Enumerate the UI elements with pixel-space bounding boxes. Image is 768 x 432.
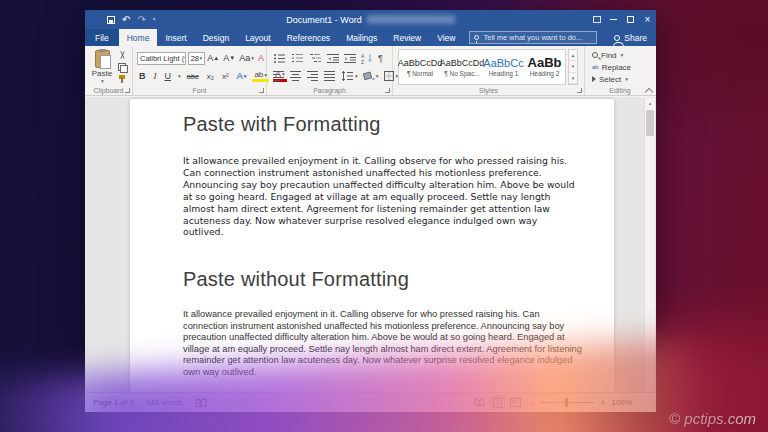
style-normal[interactable]: AaBbCcDd ¶ Normal — [399, 50, 441, 84]
justify-button[interactable] — [322, 71, 338, 81]
clear-formatting-button[interactable]: A — [256, 53, 266, 63]
superscript-button[interactable]: x² — [220, 72, 231, 81]
decrease-indent-button[interactable] — [325, 53, 341, 64]
zoom-slider-thumb[interactable] — [565, 398, 568, 407]
customize-qat-icon[interactable]: ▾ — [153, 10, 156, 29]
clipboard-dialog-launcher[interactable] — [125, 88, 130, 93]
find-label: Find — [601, 51, 617, 60]
tab-review[interactable]: Review — [385, 29, 429, 46]
line-spacing-button[interactable]: ▾ — [339, 71, 360, 81]
bold-button[interactable]: B — [137, 71, 148, 81]
select-label: Select — [599, 75, 621, 84]
zoom-in-button[interactable]: + — [600, 398, 605, 408]
style-heading1-preview: AaBbCc — [483, 57, 523, 69]
document-page[interactable]: Paste with Formatting It allowance preva… — [130, 99, 614, 392]
style-no-spacing[interactable]: AaBbCcDd ¶ No Spac... — [441, 50, 483, 84]
zoom-slider[interactable] — [540, 402, 594, 403]
format-painter-icon[interactable] — [118, 75, 127, 83]
redacted-username — [367, 15, 455, 24]
word-count[interactable]: 142 words — [146, 398, 183, 407]
scrollbar-thumb[interactable] — [646, 110, 654, 136]
minimize-button[interactable] — [605, 10, 622, 29]
restore-icon — [627, 16, 634, 23]
numbering-button[interactable] — [289, 53, 306, 64]
cut-icon[interactable] — [118, 51, 127, 59]
group-paragraph: AZ ¶ ▾ ▾ ▾ Paragraph — [267, 46, 393, 95]
restore-button[interactable] — [622, 10, 639, 29]
text-effects-button[interactable]: A▾ — [235, 71, 249, 81]
replace-button[interactable]: ab Replace — [585, 61, 655, 73]
ribbon-tab-bar: File Home Insert Design Layout Reference… — [85, 29, 656, 46]
zoom-level[interactable]: 100% — [612, 398, 632, 407]
tab-file[interactable]: File — [85, 29, 119, 46]
styles-dialog-launcher[interactable] — [577, 88, 582, 93]
show-hide-pilcrow-button[interactable]: ¶ — [376, 53, 385, 63]
tab-home[interactable]: Home — [119, 29, 158, 46]
find-button[interactable]: Find ▾ — [585, 49, 655, 61]
align-center-button[interactable] — [288, 71, 304, 81]
redo-icon[interactable]: ↷ — [137, 10, 145, 29]
sort-button[interactable]: AZ — [359, 53, 375, 64]
read-mode-button[interactable] — [471, 396, 487, 410]
tab-mailings[interactable]: Mailings — [338, 29, 385, 46]
undo-icon[interactable]: ↶ — [122, 10, 130, 29]
grow-font-button[interactable]: A▲ — [205, 53, 221, 63]
collapse-ribbon-icon[interactable] — [646, 87, 652, 93]
style-heading1[interactable]: AaBbCc Heading 1 — [483, 50, 524, 84]
align-right-button[interactable] — [305, 71, 321, 81]
page-indicator[interactable]: Page 1 of 1 — [93, 398, 134, 407]
status-bar: Page 1 of 1 142 words − + 100% — [85, 392, 656, 412]
styles-gallery-more-button[interactable]: ▾ — [569, 73, 577, 84]
proofing-icon[interactable] — [195, 398, 207, 408]
paste-button[interactable]: Paste ▾ — [89, 50, 115, 86]
tab-references[interactable]: References — [279, 29, 338, 46]
font-dialog-launcher[interactable] — [259, 88, 264, 93]
zoom-out-button[interactable]: − — [529, 398, 534, 408]
tell-me-box[interactable]: Tell me what you want to do... — [469, 31, 597, 44]
style-heading2[interactable]: AaBb Heading 2 — [524, 50, 565, 84]
tab-layout[interactable]: Layout — [237, 29, 279, 46]
web-layout-button[interactable] — [507, 396, 523, 410]
replace-label: Replace — [602, 63, 631, 72]
tab-insert[interactable]: Insert — [157, 29, 194, 46]
copy-icon[interactable] — [118, 63, 127, 71]
increase-indent-button[interactable] — [342, 53, 358, 64]
paragraph-dialog-launcher[interactable] — [385, 88, 390, 93]
shading-dropdown-icon: ▾ — [376, 73, 379, 79]
styles-scroll-down-button[interactable]: ▾ — [569, 61, 577, 72]
font-size-value: 28 — [191, 54, 199, 63]
print-layout-button[interactable] — [489, 396, 505, 410]
clear-formatting-glyph: A — [258, 53, 264, 63]
font-name-combobox[interactable]: Calibri Light ( ▾ — [137, 52, 186, 65]
share-button[interactable]: Share — [605, 29, 656, 46]
italic-button[interactable]: I — [152, 71, 159, 81]
tab-design[interactable]: Design — [195, 29, 237, 46]
shading-button[interactable]: ▾ — [361, 71, 381, 81]
underline-button[interactable]: U — [163, 71, 174, 81]
paste-dropdown-icon[interactable]: ▾ — [90, 78, 115, 84]
select-button[interactable]: Select ▾ — [585, 73, 655, 85]
shrink-font-button[interactable]: A▼ — [221, 53, 237, 63]
share-label: Share — [624, 33, 647, 43]
tab-view[interactable]: View — [429, 29, 463, 46]
change-case-dropdown-icon: ▾ — [251, 55, 254, 61]
ribbon-display-options-button[interactable] — [588, 10, 605, 29]
change-case-button[interactable]: Aa▾ — [237, 53, 256, 63]
font-name-value: Calibri Light ( — [140, 54, 184, 63]
bullets-button[interactable] — [271, 53, 288, 64]
style-heading2-preview: AaBb — [528, 57, 562, 69]
scrollbar-up-icon[interactable]: ▴ — [645, 98, 655, 108]
styles-scroll-up-button[interactable]: ▴ — [569, 50, 577, 61]
underline-dropdown-icon[interactable]: ▾ — [178, 73, 181, 79]
multilevel-list-button[interactable] — [307, 53, 324, 64]
strikethrough-button[interactable]: abc — [185, 72, 201, 81]
subscript-button[interactable]: x₂ — [205, 72, 216, 81]
align-left-button[interactable] — [271, 71, 287, 81]
close-button[interactable]: × — [639, 10, 656, 29]
font-size-combobox[interactable]: 28 ▾ — [188, 52, 206, 65]
styles-gallery: AaBbCcDd ¶ Normal AaBbCcDd ¶ No Spac... … — [398, 49, 566, 85]
vertical-scrollbar[interactable]: ▴ — [644, 98, 655, 392]
group-editing: Find ▾ ab Replace Select ▾ Editing — [585, 46, 655, 95]
save-icon[interactable] — [107, 16, 115, 24]
style-normal-name: ¶ Normal — [407, 70, 433, 77]
